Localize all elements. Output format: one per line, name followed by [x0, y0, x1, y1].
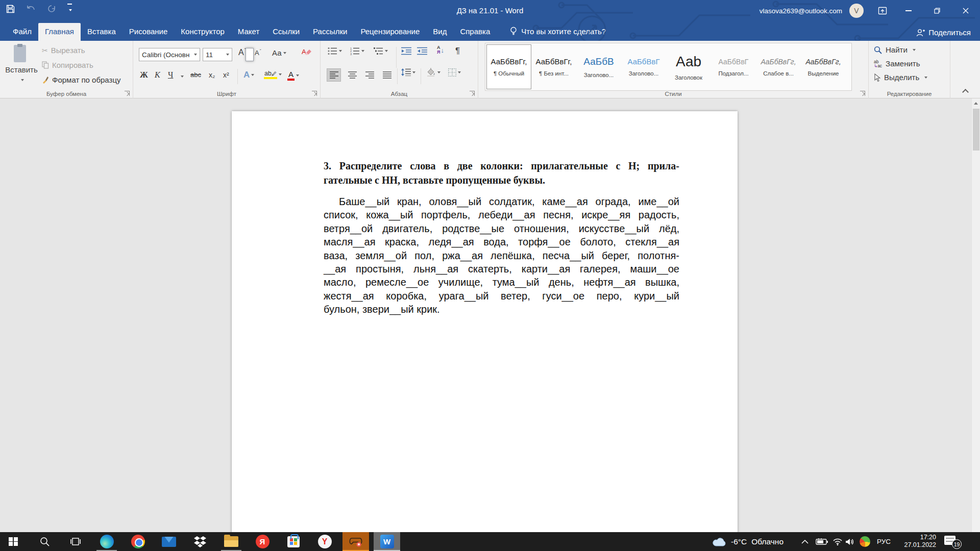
replace-button[interactable]: ab↳ac Заменить [874, 59, 920, 68]
font-size-combo[interactable]: 11 [203, 48, 232, 61]
qat-customize-icon[interactable] [67, 4, 72, 15]
chrome-browser-button[interactable] [125, 532, 151, 551]
align-right-button[interactable] [362, 68, 377, 82]
close-button[interactable] [951, 0, 980, 21]
document-page[interactable]: 3. Распределите слова в две колонки: при… [232, 111, 738, 532]
numbering-button[interactable]: 123 [350, 47, 364, 55]
tell-me-search[interactable]: Что вы хотите сделать? [497, 22, 611, 41]
taskbar-search-button[interactable] [31, 532, 58, 551]
shading-button[interactable] [426, 68, 440, 77]
game-app-button[interactable] [342, 532, 369, 551]
scrollbar-thumb[interactable] [973, 109, 979, 151]
clock[interactable]: 17:20 27.01.2022 [897, 534, 936, 549]
account-email[interactable]: vlasova2639@outlook.com [760, 7, 842, 15]
save-icon[interactable] [6, 5, 15, 13]
font-name-combo[interactable]: Calibri (Основн [139, 48, 200, 61]
select-button[interactable]: Выделить [874, 73, 927, 82]
styles-dialog-launcher[interactable] [860, 91, 865, 96]
tab-home[interactable]: Главная [38, 23, 81, 41]
increase-indent-button[interactable] [417, 47, 427, 55]
align-left-button[interactable] [327, 68, 341, 82]
line-spacing-button[interactable] [401, 68, 415, 76]
taskbar-weather[interactable]: -6°C Облачно [713, 532, 783, 551]
style-no-spacing[interactable]: АаБбВвГг, ¶ Без инт... [531, 44, 576, 89]
file-explorer-button[interactable] [218, 532, 244, 551]
antivirus-tray-icon[interactable] [860, 532, 870, 551]
cut-button[interactable]: ✂ Вырезать [42, 46, 85, 55]
share-button[interactable]: Поделиться [916, 28, 971, 37]
decrease-indent-button[interactable] [401, 47, 411, 55]
show-marks-button[interactable]: ¶ [455, 46, 460, 56]
justify-button[interactable] [380, 68, 394, 82]
tab-draw[interactable]: Рисование [122, 23, 175, 41]
document-area[interactable]: 3. Распределите слова в две колонки: при… [0, 98, 980, 532]
clear-formatting-button[interactable]: А [302, 47, 312, 57]
word-app-button[interactable]: W [374, 532, 400, 551]
tray-chevron[interactable] [801, 532, 808, 551]
mail-app-button[interactable] [156, 532, 182, 551]
strikethrough-button[interactable]: abc [190, 71, 201, 79]
sort-button[interactable]: АЯ ↓ [437, 45, 444, 55]
style-title[interactable]: Ааb Заголовок [666, 44, 711, 89]
text-effects-button[interactable]: А [243, 70, 254, 80]
subscript-button[interactable]: x₂ [209, 71, 215, 79]
redo-icon[interactable] [47, 5, 56, 13]
start-button[interactable] [0, 532, 27, 551]
underline-button[interactable]: Ч [168, 70, 173, 80]
underline-caret[interactable] [181, 76, 184, 78]
tab-insert[interactable]: Вставка [81, 23, 122, 41]
borders-button[interactable] [448, 68, 461, 77]
format-painter-button[interactable]: Формат по образцу [42, 76, 121, 84]
tab-review[interactable]: Рецензирование [354, 23, 426, 41]
undo-icon[interactable] [26, 5, 36, 13]
clipboard-dialog-launcher[interactable] [125, 91, 130, 96]
align-center-button[interactable] [345, 68, 359, 82]
microsoft-store-button[interactable] [280, 532, 307, 551]
language-indicator[interactable]: РУС [877, 532, 891, 551]
yandex-browser-button[interactable]: Y [311, 532, 338, 551]
yandex-app-button[interactable]: Я [249, 532, 276, 551]
style-normal[interactable]: АаБбВвГг, ¶ Обычный [486, 44, 531, 89]
minimize-button[interactable] [894, 0, 923, 21]
tab-file[interactable]: Файл [6, 23, 38, 41]
change-case-button[interactable]: Аа [272, 48, 286, 57]
tab-view[interactable]: Вид [426, 23, 453, 41]
restore-button[interactable] [923, 0, 951, 21]
style-subtitle[interactable]: АаБбВвГ Подзагол... [711, 44, 756, 89]
grow-font-button[interactable]: Аˆ [238, 48, 246, 57]
tab-layout[interactable]: Макет [231, 23, 266, 41]
tab-help[interactable]: Справка [453, 23, 497, 41]
find-button[interactable]: Найти [874, 45, 916, 54]
bullets-button[interactable] [328, 47, 342, 55]
style-heading2[interactable]: АаБбВвГ Заголово... [621, 44, 666, 89]
italic-button[interactable]: К [155, 70, 160, 80]
copy-button[interactable]: Копировать [42, 61, 93, 69]
wifi-indicator[interactable] [833, 532, 842, 551]
tab-references[interactable]: Ссылки [266, 23, 306, 41]
account-avatar[interactable]: V [849, 4, 864, 18]
dropbox-button[interactable] [187, 532, 213, 551]
font-dialog-launcher[interactable] [312, 91, 317, 96]
shrink-font-button[interactable]: Аˇ [255, 49, 261, 57]
style-subtle-emphasis[interactable]: АаБбВвГг, Слабое в... [756, 44, 801, 89]
scroll-up-arrow[interactable] [972, 98, 980, 108]
battery-indicator[interactable] [816, 532, 828, 551]
style-emphasis[interactable]: АаБбВвГг, Выделение [801, 44, 846, 89]
notification-center-button[interactable]: 19 [944, 535, 962, 549]
paragraph-dialog-launcher[interactable] [470, 91, 475, 96]
edge-browser-button[interactable] [93, 532, 120, 551]
task-view-button[interactable] [62, 532, 89, 551]
superscript-button[interactable]: x² [223, 71, 229, 79]
ribbon-display-options-icon[interactable] [878, 6, 887, 15]
font-color-button[interactable]: А [287, 70, 299, 81]
collapse-ribbon-chevron[interactable] [962, 89, 969, 94]
paste-button[interactable]: Вставить [5, 43, 38, 91]
volume-indicator[interactable] [845, 532, 854, 551]
bold-button[interactable]: Ж [140, 70, 148, 80]
highlight-button[interactable]: ab🖉 [264, 70, 282, 79]
tab-mailings[interactable]: Рассылки [306, 23, 354, 41]
vertical-scrollbar[interactable] [971, 98, 980, 532]
multilevel-list-button[interactable] [374, 47, 388, 55]
tab-design[interactable]: Конструктор [174, 23, 231, 41]
style-heading1[interactable]: АаБбВ Заголово... [576, 44, 621, 89]
